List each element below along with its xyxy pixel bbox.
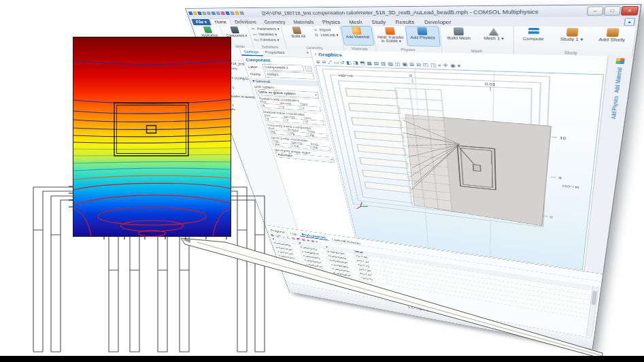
- temperature-contour-plot: [73, 37, 231, 237]
- lead-ribbon: [181, 238, 603, 359]
- screenshot-stage: 갈바닉FM_180718_test compensation calorimet…: [0, 0, 644, 362]
- contour-overlay: [67, 36, 232, 242]
- bottom-black-bar: [0, 356, 644, 362]
